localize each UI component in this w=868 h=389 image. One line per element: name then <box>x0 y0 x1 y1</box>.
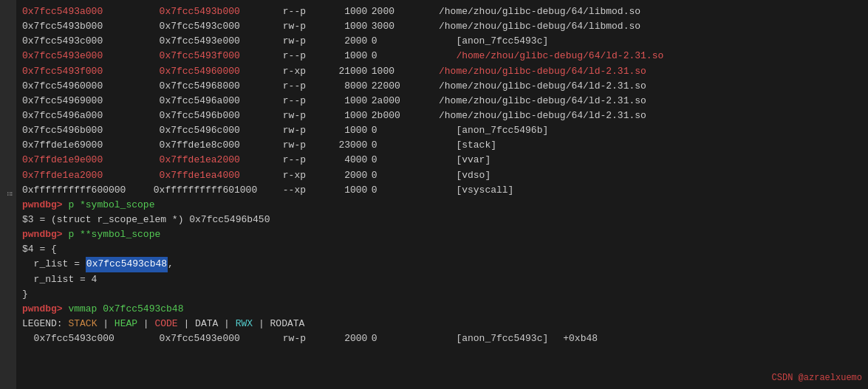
command-text: vmmap 0x7fcc5493cb48 <box>63 302 184 317</box>
legend-rodata: RODATA <box>270 317 305 331</box>
addr-end: 0x7fcc5493b000 <box>148 4 277 19</box>
legend-line: LEGEND: STACK | HEAP | CODE | DATA | RWX… <box>16 317 868 331</box>
sidebar: ⠿ <box>0 0 16 389</box>
terminal-window: ⠿ 0x7fcc5493a000 0x7fcc5493b000 r--p 100… <box>0 0 868 389</box>
table-row: 0xffffffffff600000 0xffffffffff601000 --… <box>16 183 868 198</box>
prompt-indicator: pwndbg> <box>22 227 63 242</box>
prompt-indicator: pwndbg> <box>22 302 63 317</box>
table-row: 0x7fcc5493f000 0x7fcc54960000 r-xp 21000… <box>16 64 868 79</box>
prompt-line: pwndbg> vmmap 0x7fcc5493cb48 <box>16 302 868 317</box>
table-row: 0x7fcc54969000 0x7fcc5496a000 r--p 1000 … <box>16 94 868 109</box>
terminal-content: 0x7fcc5493a000 0x7fcc5493b000 r--p 1000 … <box>16 3 868 346</box>
table-row: 0x7fcc5493c000 0x7fcc5493e000 rw-p 2000 … <box>16 34 868 49</box>
sidebar-dots: ⠿ <box>4 191 13 198</box>
legend-stack: STACK <box>68 317 97 331</box>
legend-heap: HEAP <box>115 317 137 331</box>
table-row: 0x7fcc5493a000 0x7fcc5493b000 r--p 1000 … <box>16 4 868 19</box>
table-row: 0x7fcc5496a000 0x7fcc5496b000 rw-p 1000 … <box>16 109 868 123</box>
addr-start: 0x7fcc5493a000 <box>22 4 148 19</box>
command-text: p **symbol_scope <box>63 227 161 242</box>
csdn-watermark: CSDN @azraelxuemo <box>772 373 862 383</box>
legend-code: CODE <box>154 317 177 331</box>
command-text: p *symbol_scope <box>63 198 155 213</box>
result-open-line: $4 = { <box>16 242 868 257</box>
close-brace-line: } <box>16 287 868 302</box>
table-row: 0x7fcc5496b000 0x7fcc5496c000 rw-p 1000 … <box>16 123 868 138</box>
table-row: 0x7fcc5493e000 0x7fcc5493f000 r--p 1000 … <box>16 49 868 63</box>
prompt-indicator: pwndbg> <box>22 198 63 213</box>
legend-rwx: RWX <box>236 317 253 331</box>
table-row: 0x7ffde1e69000 0x7ffde1e8c000 rw-p 23000… <box>16 138 868 153</box>
result-line: $3 = (struct r_scope_elem *) 0x7fcc5496b… <box>16 213 868 227</box>
prompt-line: pwndbg> p **symbol_scope <box>16 227 868 242</box>
table-row: 0x7fcc54960000 0x7fcc54968000 r--p 8000 … <box>16 79 868 94</box>
table-row-last: 0x7fcc5493c000 0x7fcc5493e000 rw-p 2000 … <box>16 331 868 346</box>
rlist-line: r_list = 0x7fcc5493cb48, <box>16 257 868 272</box>
table-row: 0x7fcc5493b000 0x7fcc5493c000 rw-p 1000 … <box>16 19 868 34</box>
table-row: 0x7ffde1e9e000 0x7ffde1ea2000 r--p 4000 … <box>16 153 868 168</box>
rnlist-line: r_nlist = 4 <box>16 272 868 287</box>
legend-data: DATA <box>195 317 218 331</box>
prompt-line: pwndbg> p *symbol_scope <box>16 198 868 213</box>
table-row: 0x7ffde1ea2000 0x7ffde1ea4000 r-xp 2000 … <box>16 168 868 183</box>
rlist-value-highlight: 0x7fcc5493cb48 <box>86 257 168 272</box>
